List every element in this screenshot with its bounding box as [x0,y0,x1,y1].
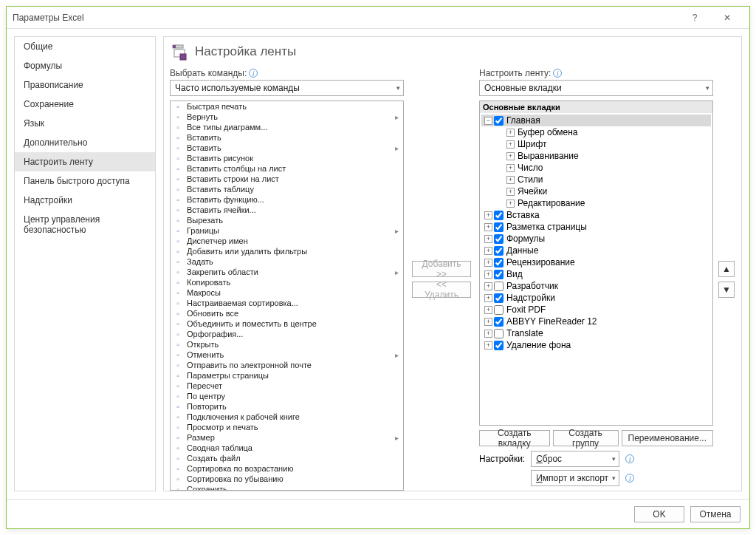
command-item[interactable]: ▫Параметры страницы [171,370,403,381]
tree-row[interactable]: +Буфер обмена [481,126,711,138]
expand-icon[interactable]: + [484,341,492,350]
ok-button[interactable]: OK [634,506,684,522]
command-item[interactable]: ▫Сохранить [171,484,403,490]
expand-icon[interactable]: + [484,306,492,314]
command-item[interactable]: ▫Размер▸ [171,432,403,443]
expand-icon[interactable]: + [506,129,515,137]
tree-checkbox[interactable] [494,234,504,244]
expand-icon[interactable]: + [506,188,515,196]
command-item[interactable]: ▫Копировать [171,277,403,287]
tree-checkbox[interactable] [494,222,504,232]
ribbon-tree[interactable]: Основные вкладки −Главная+Буфер обмена+Ш… [479,100,713,426]
expand-icon[interactable]: + [484,247,492,255]
command-item[interactable]: ▫Вставить рисунок [171,153,403,163]
expand-icon[interactable]: + [484,259,492,267]
tree-row[interactable]: +Разработчик [481,280,711,292]
command-item[interactable]: ▫Вставить [171,132,403,143]
commands-listbox[interactable]: ▫Быстрая печать▫Вернуть▸▫Все типы диагра… [170,100,404,491]
expand-icon[interactable]: + [506,140,515,149]
command-item[interactable]: ▫Диспетчер имен [171,236,403,246]
tree-row[interactable]: +ABBYY FineReader 12 [481,316,711,327]
expand-icon[interactable]: + [484,294,492,302]
sidebar-item[interactable]: Надстройки [15,191,155,210]
sidebar-item[interactable]: Центр управления безопасностью [15,210,155,239]
tree-checkbox[interactable] [494,329,504,338]
tree-row[interactable]: +Рецензирование [481,256,711,268]
tree-checkbox[interactable] [494,246,504,256]
tree-checkbox[interactable] [494,317,504,327]
command-item[interactable]: ▫Вставить таблицу [171,184,403,194]
tree-checkbox[interactable] [494,270,504,279]
tree-checkbox[interactable] [494,116,504,126]
tree-row[interactable]: +Foxit PDF [481,304,711,316]
expand-icon[interactable]: + [484,318,492,326]
cancel-button[interactable]: Отмена [690,506,740,522]
expand-icon[interactable]: + [484,223,492,231]
new-tab-button[interactable]: Создать вкладку [479,430,550,446]
sidebar-item[interactable]: Язык [15,114,155,133]
move-down-button[interactable]: ▼ [718,282,735,298]
command-item[interactable]: ▫Пересчет [171,381,403,391]
tree-checkbox[interactable] [494,211,504,220]
command-item[interactable]: ▫Все типы диаграмм... [171,122,403,132]
command-item[interactable]: ▫Подключения к рабочей книге [171,412,403,422]
reset-combo[interactable]: Сброс ▾ [531,451,619,467]
expand-icon[interactable]: + [484,282,492,290]
command-item[interactable]: ▫Создать файл [171,453,403,463]
ribbon-target-combo[interactable]: Основные вкладки ▾ [479,80,713,96]
close-button[interactable]: ✕ [711,7,743,28]
help-button[interactable]: ? [678,7,711,28]
command-item[interactable]: ▫Границы▸ [171,225,403,236]
tree-row[interactable]: +Стили [481,174,711,185]
expand-icon[interactable]: + [506,200,515,208]
expand-icon[interactable]: + [506,176,515,184]
tree-row[interactable]: +Translate [481,327,711,339]
command-item[interactable]: ▫Вставить столбцы на лист [171,163,403,174]
tree-row[interactable]: +Разметка страницы [481,221,711,233]
tree-row[interactable]: +Ячейки [481,185,711,197]
tree-row[interactable]: +Шрифт [481,138,711,150]
move-up-button[interactable]: ▲ [718,261,735,277]
sidebar-item[interactable]: Сохранение [15,95,155,114]
tree-row[interactable]: −Главная [481,115,711,126]
command-item[interactable]: ▫По центру [171,391,403,401]
sidebar-item[interactable]: Панель быстрого доступа [15,171,155,191]
command-item[interactable]: ▫Вернуть▸ [171,112,403,122]
tree-row[interactable]: +Формулы [481,233,711,245]
command-item[interactable]: ▫Повторить [171,401,403,412]
command-item[interactable]: ▫Макросы [171,287,403,298]
command-item[interactable]: ▫Добавить или удалить фильтры [171,246,403,256]
tree-row[interactable]: +Надстройки [481,292,711,304]
command-item[interactable]: ▫Сортировка по возрастанию [171,463,403,474]
sidebar-item[interactable]: Настроить ленту [15,152,155,171]
sidebar-item[interactable]: Дополнительно [15,133,155,152]
command-item[interactable]: ▫Орфография... [171,329,403,339]
tree-checkbox[interactable] [494,258,504,268]
command-item[interactable]: ▫Отменить▸ [171,350,403,360]
command-item[interactable]: ▫Вставить строки на лист [171,174,403,184]
command-item[interactable]: ▫Открыть [171,339,403,350]
command-item[interactable]: ▫Сводная таблица [171,443,403,453]
expand-icon[interactable]: + [484,211,492,219]
commands-source-combo[interactable]: Часто используемые команды ▾ [170,80,404,96]
import-export-combo[interactable]: Импорт и экспорт ▾ [531,470,619,486]
tree-checkbox[interactable] [494,341,504,350]
command-item[interactable]: ▫Сортировка по убыванию [171,474,403,484]
command-item[interactable]: ▫Вставить▸ [171,143,403,153]
sidebar-item[interactable]: Правописание [15,75,155,95]
tree-row[interactable]: +Вставка [481,209,711,221]
command-item[interactable]: ▫Отправить по электронной почте [171,360,403,370]
command-item[interactable]: ▫Быстрая печать [171,101,403,112]
tree-scroll[interactable]: −Главная+Буфер обмена+Шрифт+Выравнивание… [480,113,712,425]
expand-icon[interactable]: + [484,270,492,279]
command-item[interactable]: ▫Объединить и поместить в центре [171,318,403,329]
add-button[interactable]: Добавить >> [412,261,471,277]
command-item[interactable]: ▫Закрепить области▸ [171,267,403,277]
info-icon[interactable]: i [625,454,634,463]
info-icon[interactable]: i [249,69,258,78]
sidebar-item[interactable]: Общие [15,37,155,56]
tree-row[interactable]: +Число [481,162,711,174]
sidebar-item[interactable]: Формулы [15,56,155,75]
tree-row[interactable]: +Вид [481,268,711,280]
command-item[interactable]: ▫Настраиваемая сортировка... [171,298,403,308]
